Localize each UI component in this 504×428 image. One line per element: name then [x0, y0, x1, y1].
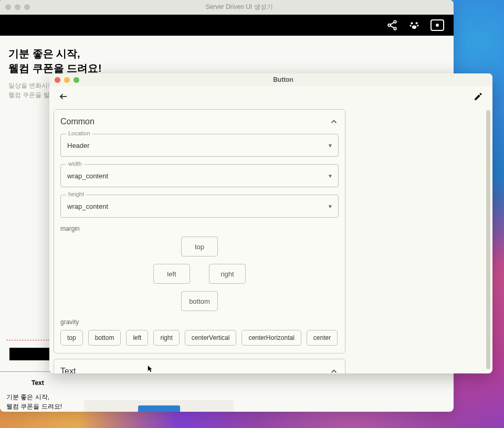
back-button[interactable]	[59, 92, 68, 103]
location-select[interactable]: Location Header ▼	[60, 134, 339, 157]
paw-icon[interactable]	[408, 19, 420, 31]
gravity-top-chip[interactable]: top	[60, 330, 83, 346]
main-window-title: Server Driven UI 생성기	[30, 3, 448, 12]
share-icon[interactable]	[386, 19, 398, 31]
margin-editor: top left right bottom	[60, 237, 339, 311]
svg-point-6	[416, 22, 418, 24]
dropdown-icon: ▼	[328, 143, 333, 148]
inspector-titlebar[interactable]: Button	[49, 73, 492, 86]
text-panel: Text	[54, 359, 345, 373]
height-select[interactable]: height wrap_content ▼	[60, 195, 339, 218]
common-panel-header[interactable]: Common	[60, 117, 339, 126]
width-label: width	[66, 160, 84, 167]
snippet-line2: 웰컴 쿠폰을 드려요!	[6, 403, 62, 410]
gravity-center-chip[interactable]: center	[307, 330, 338, 346]
svg-point-1	[388, 24, 391, 27]
svg-line-4	[391, 26, 394, 28]
svg-point-0	[394, 20, 396, 23]
gravity-right-chip[interactable]: right	[153, 330, 179, 346]
svg-point-10	[436, 24, 439, 27]
height-label: height	[66, 191, 86, 197]
section-label-text: Text	[32, 379, 44, 387]
gravity-centervertical-chip[interactable]: centerVertical	[185, 330, 237, 346]
margin-section-label: margin	[60, 225, 339, 232]
svg-point-7	[410, 25, 411, 26]
dropdown-icon: ▼	[328, 173, 333, 179]
chevron-up-icon[interactable]	[329, 367, 339, 373]
margin-right-input[interactable]: right	[209, 264, 246, 284]
preview-snippet: 기분 좋은 시작, 웰컴 쿠폰을 드려요!	[6, 392, 62, 411]
inspector-window-controls	[55, 77, 79, 83]
headline-text: 기분 좋은 시작, 웰컴 쿠폰을 드려요!	[8, 46, 445, 76]
svg-point-2	[394, 27, 396, 30]
preview-icon[interactable]	[430, 19, 444, 31]
svg-point-5	[411, 22, 413, 24]
main-toolbar	[0, 15, 454, 36]
gravity-bottom-chip[interactable]: bottom	[88, 330, 121, 346]
main-titlebar[interactable]: Server Driven UI 생성기	[0, 0, 454, 15]
width-select[interactable]: width wrap_content ▼	[60, 164, 339, 187]
sub-line1: 일상을 변화시킬	[8, 82, 54, 89]
svg-line-3	[391, 23, 394, 25]
location-label: Location	[66, 130, 92, 136]
snippet-line1: 기분 좋은 시작,	[6, 393, 49, 401]
width-value: wrap_content	[67, 172, 332, 180]
dropdown-icon: ▼	[328, 204, 333, 209]
inspector-body[interactable]: Common Location Header ▼ width wrap_cont…	[49, 109, 492, 373]
common-panel: Common Location Header ▼ width wrap_cont…	[54, 109, 345, 354]
minimize-window-button[interactable]	[15, 4, 20, 10]
text-panel-header[interactable]: Text	[60, 367, 339, 373]
maximize-window-button[interactable]	[24, 4, 30, 10]
inspector-window: Button Common Location Header ▼ width wr…	[49, 73, 492, 373]
coupon-thumbnail-blue	[138, 405, 180, 412]
margin-top-input[interactable]: top	[181, 237, 218, 256]
window-controls	[5, 4, 30, 10]
gravity-centerhorizontal-chip[interactable]: centerHorizontal	[242, 330, 301, 346]
height-value: wrap_content	[67, 202, 332, 210]
margin-left-input[interactable]: left	[153, 264, 190, 284]
inspector-scrollbar[interactable]	[486, 110, 490, 369]
svg-point-9	[412, 25, 416, 28]
edit-button[interactable]	[474, 92, 483, 103]
inspector-close-button[interactable]	[55, 77, 60, 83]
inspector-title: Button	[79, 76, 487, 83]
text-panel-title: Text	[60, 367, 76, 373]
preview-thumbnails[interactable]: 10%	[84, 400, 234, 412]
gravity-options: top bottom left right centerVertical cen…	[60, 330, 339, 346]
headline-line1: 기분 좋은 시작,	[8, 48, 80, 59]
location-value: Header	[67, 142, 332, 149]
inspector-toolbar	[49, 86, 492, 109]
gravity-section-label: gravity	[60, 318, 339, 326]
margin-bottom-input[interactable]: bottom	[181, 291, 218, 311]
inspector-maximize-button[interactable]	[74, 77, 79, 83]
gravity-left-chip[interactable]: left	[126, 330, 148, 346]
inspector-minimize-button[interactable]	[64, 77, 70, 83]
selected-element-placeholder[interactable]	[9, 348, 51, 360]
headline-line2: 웰컴 쿠폰을 드려요!	[8, 62, 102, 74]
common-panel-title: Common	[60, 117, 94, 126]
chevron-up-icon[interactable]	[329, 117, 339, 126]
svg-point-8	[417, 25, 418, 26]
close-window-button[interactable]	[5, 4, 11, 10]
